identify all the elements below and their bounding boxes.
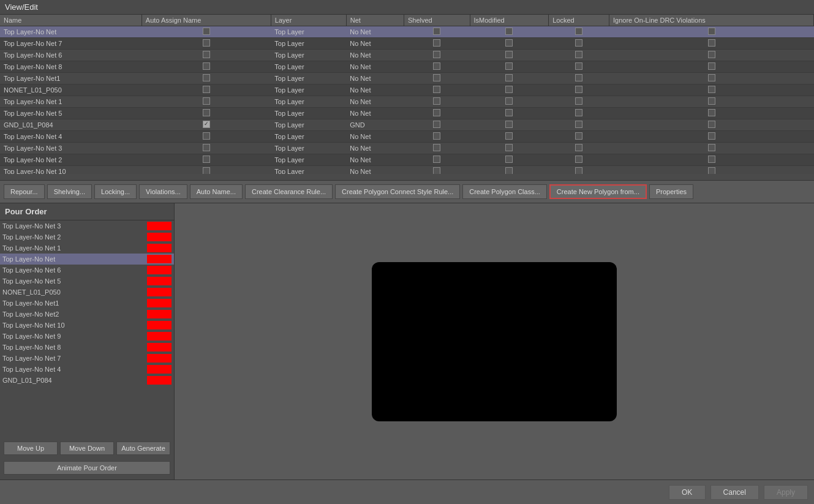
pour-order-list[interactable]: Top Layer-No Net 3Top Layer-No Net 2Top … (0, 220, 174, 438)
move-down-button[interactable]: Move Down (60, 442, 114, 455)
table-row[interactable]: Top Layer-No Net1Top LayerNo Net (0, 73, 814, 85)
toolbar-btn-2[interactable]: Locking... (94, 184, 137, 199)
toolbar-btn-5[interactable]: Create Clearance Rule... (245, 184, 333, 199)
pour-item[interactable]: Top Layer-No Net (0, 254, 174, 265)
table-header-net: Net (346, 15, 404, 26)
pour-item-label: Top Layer-No Net2 (2, 310, 145, 318)
cell-layer: Top Layer (271, 61, 346, 73)
cell-net: No Net (346, 131, 404, 143)
pour-order-title: Pour Order (0, 203, 174, 220)
pour-item[interactable]: Top Layer-No Net 7 (0, 353, 174, 364)
cell-locked (549, 73, 609, 85)
cell-layer: Top Layer (271, 166, 346, 175)
pour-item-label: Top Layer-No Net (2, 255, 145, 263)
cell-locked (549, 96, 609, 108)
ok-button[interactable]: OK (669, 485, 706, 500)
cell-net: GND (346, 119, 404, 131)
toolbar-btn-6[interactable]: Create Polygon Connect Style Rule... (335, 184, 460, 199)
move-up-button[interactable]: Move Up (4, 442, 58, 455)
cell-locked (549, 26, 609, 38)
pour-item-label: Top Layer-No Net1 (2, 299, 145, 307)
table-header-ismodified: IsModified (470, 15, 549, 26)
pour-item[interactable]: Top Layer-No Net 6 (0, 265, 174, 276)
cell-layer: Top Layer (271, 143, 346, 154)
cell-auto-assign (141, 119, 271, 131)
table-header-auto-assign-name: Auto Assign Name (141, 15, 271, 26)
toolbar-btn-1[interactable]: Shelving... (47, 184, 92, 199)
cell-auto-assign (141, 61, 271, 73)
table-row[interactable]: Top Layer-No Net 8Top LayerNo Net (0, 61, 814, 73)
pour-item-color (147, 233, 171, 241)
table-row[interactable]: Top Layer-No Net 10Top LayerNo Net (0, 166, 814, 175)
pour-item-color (147, 288, 171, 296)
cell-is-modified (470, 96, 549, 108)
cell-is-modified (470, 131, 549, 143)
table-header-layer: Layer (271, 15, 346, 26)
cell-ignore-drc (609, 131, 814, 143)
cell-shelved (404, 131, 470, 143)
cell-name: Top Layer-No Net 7 (0, 38, 141, 50)
pour-item-label: GND_L01_P084 (2, 377, 145, 384)
pour-item[interactable]: Top Layer-No Net 9 (0, 331, 174, 342)
pour-item-label: Top Layer-No Net 10 (2, 322, 145, 329)
auto-generate-button[interactable]: Auto Generate (116, 442, 170, 455)
table-row[interactable]: Top Layer-No Net 7Top LayerNo Net (0, 38, 814, 50)
pour-item-color (147, 222, 171, 230)
pour-item[interactable]: Top Layer-No Net1 (0, 298, 174, 309)
table-row[interactable]: Top Layer-No Net 5Top LayerNo Net (0, 108, 814, 119)
cell-net: No Net (346, 96, 404, 108)
table-row[interactable]: GND_L01_P084Top LayerGND (0, 119, 814, 131)
pour-item[interactable]: GND_L01_P084 (0, 375, 174, 386)
pour-item[interactable]: Top Layer-No Net 2 (0, 231, 174, 243)
cell-shelved (404, 143, 470, 154)
toolbar-btn-7[interactable]: Create Polygon Class... (462, 184, 547, 199)
pour-item-label: Top Layer-No Net 6 (2, 266, 145, 274)
cell-ignore-drc (609, 108, 814, 119)
pour-item-label: Top Layer-No Net 2 (2, 233, 145, 241)
pour-item[interactable]: Top Layer-No Net 4 (0, 364, 174, 375)
toolbar-section: Repour...Shelving...Locking...Violations… (0, 180, 814, 203)
table-scroll[interactable]: NameAuto Assign NameLayerNetShelvedIsMod… (0, 15, 814, 174)
cell-ignore-drc (609, 26, 814, 38)
pour-item-color (147, 365, 171, 374)
table-row[interactable]: NONET_L01_P050Top LayerNo Net (0, 85, 814, 96)
pour-item-label: Top Layer-No Net 7 (2, 355, 145, 362)
cancel-button[interactable]: Cancel (710, 485, 759, 500)
pour-item[interactable]: Top Layer-No Net 3 (0, 220, 174, 231)
table-row[interactable]: Top Layer-No Net 6Top LayerNo Net (0, 50, 814, 61)
table-header-shelved: Shelved (404, 15, 470, 26)
pour-item-label: Top Layer-No Net 3 (2, 222, 145, 230)
toolbar-btn-8[interactable]: Create New Polygon from... (549, 184, 647, 199)
cell-shelved (404, 73, 470, 85)
apply-button[interactable]: Apply (764, 485, 808, 500)
table-row[interactable]: Top Layer-No Net 1Top LayerNo Net (0, 96, 814, 108)
cell-is-modified (470, 119, 549, 131)
pour-item[interactable]: Top Layer-No Net 8 (0, 342, 174, 353)
animate-pour-order-button[interactable]: Animate Pour Order (4, 461, 170, 475)
cell-shelved (404, 38, 470, 50)
table-row[interactable]: Top Layer-No Net 4Top LayerNo Net (0, 131, 814, 143)
pour-item[interactable]: Top Layer-No Net 1 (0, 243, 174, 254)
cell-name: Top Layer-No Net 5 (0, 108, 141, 119)
pour-item-label: Top Layer-No Net 1 (2, 244, 145, 252)
table-row[interactable]: Top Layer-No Net 3Top LayerNo Net (0, 143, 814, 154)
pour-item-label: NONET_L01_P050 (2, 288, 145, 296)
cell-layer: Top Layer (271, 73, 346, 85)
cell-ignore-drc (609, 119, 814, 131)
toolbar-btn-4[interactable]: Auto Name... (190, 184, 243, 199)
title-text: View/Edit (5, 2, 38, 12)
pour-item[interactable]: Top Layer-No Net2 (0, 309, 174, 320)
pour-item[interactable]: NONET_L01_P050 (0, 287, 174, 298)
pour-item[interactable]: Top Layer-No Net 10 (0, 320, 174, 331)
pour-item[interactable]: Top Layer-No Net 5 (0, 276, 174, 287)
cell-layer: Top Layer (271, 96, 346, 108)
cell-net: No Net (346, 108, 404, 119)
cell-is-modified (470, 50, 549, 61)
toolbar-btn-0[interactable]: Repour... (4, 184, 45, 199)
toolbar-btn-9[interactable]: Properties (649, 184, 693, 199)
toolbar-btn-3[interactable]: Violations... (139, 184, 187, 199)
table-row[interactable]: Top Layer-No Net 2Top LayerNo Net (0, 154, 814, 166)
cell-net: No Net (346, 50, 404, 61)
table-row[interactable]: Top Layer-No NetTop LayerNo Net (0, 26, 814, 38)
table-header-ignore-on-line-drc-violations: Ignore On-Line DRC Violations (609, 15, 814, 26)
